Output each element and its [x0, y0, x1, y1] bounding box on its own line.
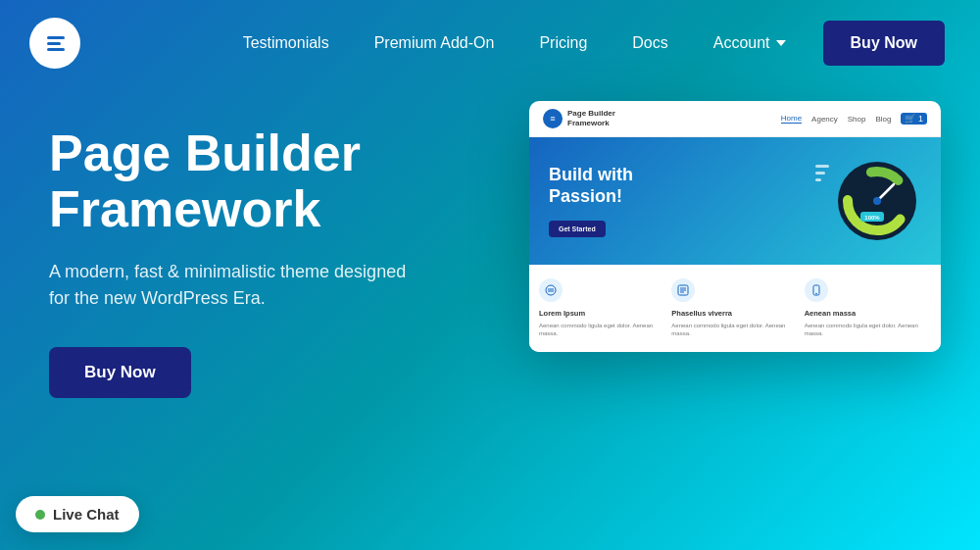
inner-feature-2: Phasellus viverra Aenean commodo ligula …: [671, 278, 798, 338]
feature-icon-mobile: [805, 278, 828, 302]
nav-premium-addon[interactable]: Premium Add-On: [357, 25, 513, 62]
inner-feature-1: Lorem Ipsum Aenean commodo ligula eget d…: [539, 278, 665, 338]
inner-hero-section: Build with Passion! Get Started: [529, 137, 941, 265]
inner-nav-agency[interactable]: Agency: [811, 115, 838, 124]
hero-subtitle: A modern, fast & minimalistic theme desi…: [49, 259, 421, 312]
live-status-dot: [35, 510, 45, 520]
chevron-down-icon: [776, 40, 786, 46]
inner-logo-circle: ≡: [543, 109, 563, 128]
live-chat-label: Live Chat: [53, 506, 120, 523]
inner-features-section: Lorem Ipsum Aenean commodo ligula eget d…: [529, 265, 941, 352]
header-buy-now-button[interactable]: Buy Now: [823, 21, 945, 66]
speedometer: 100%: [833, 157, 921, 245]
browser-mockup: ≡ Page Builder Framework Home Agency Sho…: [529, 101, 941, 352]
inner-feature-3: Aenean massa Aenean commodo ligula eget …: [805, 278, 931, 338]
inner-nav-links: Home Agency Shop Blog 🛒 1: [781, 113, 927, 125]
inner-get-started-button[interactable]: Get Started: [549, 221, 606, 237]
speedometer-svg: 100%: [833, 157, 921, 245]
feature-icon-lines: [671, 278, 695, 302]
inner-site-nav: ≡ Page Builder Framework Home Agency Sho…: [529, 101, 941, 137]
live-chat-widget[interactable]: Live Chat: [16, 496, 139, 532]
svg-text:100%: 100%: [864, 215, 880, 221]
cart-icon[interactable]: 🛒 1: [901, 113, 927, 125]
feature-1-desc: Aenean commodo ligula eget dolor. Aenean…: [539, 322, 665, 338]
svg-point-8: [546, 285, 556, 295]
inner-logo: ≡ Page Builder Framework: [543, 109, 615, 128]
hero-title: Page BuilderFramework: [49, 125, 490, 237]
inner-nav-shop[interactable]: Shop: [848, 115, 866, 124]
inner-nav-home[interactable]: Home: [781, 114, 802, 124]
nav-account[interactable]: Account: [696, 25, 804, 62]
speed-lines-decoration: [815, 165, 829, 181]
inner-hero-title: Build with Passion!: [549, 165, 633, 207]
svg-point-16: [815, 293, 817, 295]
svg-point-5: [873, 197, 881, 205]
feature-3-desc: Aenean commodo ligula eget dolor. Aenean…: [805, 322, 931, 338]
main-nav: Testimonials Premium Add-On Pricing Docs…: [225, 21, 945, 66]
hero-text-block: Page BuilderFramework A modern, fast & m…: [49, 106, 490, 398]
nav-pricing[interactable]: Pricing: [521, 25, 605, 62]
feature-1-title: Lorem Ipsum: [539, 309, 585, 318]
inner-hero-text: Build with Passion! Get Started: [549, 165, 633, 236]
site-header: Testimonials Premium Add-On Pricing Docs…: [0, 0, 980, 86]
hero-buy-now-button[interactable]: Buy Now: [49, 347, 191, 398]
inner-logo-text: Page Builder Framework: [567, 109, 615, 127]
feature-3-title: Aenean massa: [805, 309, 857, 318]
feature-icon-equals: [539, 278, 563, 302]
speedometer-container: 100%: [833, 157, 921, 245]
feature-2-desc: Aenean commodo ligula eget dolor. Aenean…: [671, 322, 798, 338]
hero-section: Page BuilderFramework A modern, fast & m…: [0, 86, 980, 398]
feature-2-title: Phasellus viverra: [671, 309, 732, 318]
logo-icon: [45, 36, 65, 51]
nav-docs[interactable]: Docs: [614, 25, 685, 62]
inner-nav-blog[interactable]: Blog: [875, 115, 891, 124]
nav-testimonials[interactable]: Testimonials: [225, 25, 347, 62]
site-logo[interactable]: [29, 18, 80, 69]
